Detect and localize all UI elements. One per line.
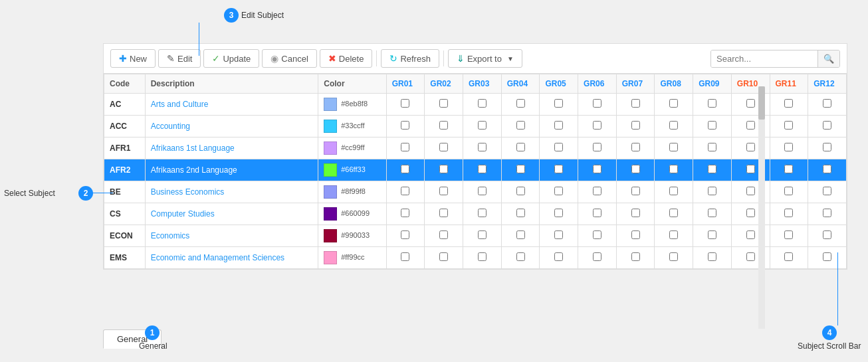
gr12-checkbox[interactable]: [823, 99, 831, 108]
gr08-checkbox[interactable]: [669, 143, 678, 151]
table-row[interactable]: ACCAccounting#33ccff: [104, 116, 847, 137]
gr07-checkbox[interactable]: [631, 209, 640, 217]
gr06-checkbox[interactable]: [593, 99, 601, 108]
table-row[interactable]: AFR2Afrikaans 2nd Language#66ff33: [104, 159, 847, 181]
gr10-checkbox[interactable]: [746, 230, 755, 239]
gr03-checkbox[interactable]: [478, 143, 487, 151]
gr02-checkbox[interactable]: [439, 209, 448, 217]
search-button[interactable]: 🔍: [817, 50, 839, 67]
gr06-checkbox[interactable]: [593, 187, 601, 195]
gr03-checkbox[interactable]: [478, 187, 487, 195]
gr04-checkbox[interactable]: [516, 252, 525, 261]
gr09-checkbox[interactable]: [708, 252, 716, 261]
gr10-checkbox[interactable]: [746, 121, 755, 130]
gr08-checkbox[interactable]: [669, 187, 678, 195]
scroll-thumb[interactable]: [758, 86, 765, 120]
gr05-checkbox[interactable]: [554, 252, 563, 261]
gr10-checkbox[interactable]: [746, 143, 755, 151]
gr12-checkbox[interactable]: [823, 143, 831, 151]
gr08-checkbox[interactable]: [669, 165, 678, 173]
gr09-checkbox[interactable]: [708, 187, 716, 195]
gr06-checkbox[interactable]: [593, 209, 601, 217]
gr12-checkbox[interactable]: [823, 121, 831, 130]
gr10-checkbox[interactable]: [746, 165, 755, 173]
search-input[interactable]: [711, 50, 817, 67]
gr03-checkbox[interactable]: [478, 209, 487, 217]
gr02-checkbox[interactable]: [439, 165, 448, 173]
gr09-checkbox[interactable]: [708, 209, 716, 217]
gr05-checkbox[interactable]: [554, 143, 563, 151]
gr01-checkbox[interactable]: [401, 121, 409, 130]
update-button[interactable]: ✓ Update: [203, 49, 259, 68]
gr05-checkbox[interactable]: [554, 187, 563, 195]
gr10-checkbox[interactable]: [746, 187, 755, 195]
gr10-checkbox[interactable]: [746, 252, 755, 261]
gr04-checkbox[interactable]: [516, 143, 525, 151]
edit-button[interactable]: ✎ Edit: [158, 49, 201, 68]
gr08-checkbox[interactable]: [669, 121, 678, 130]
gr08-checkbox[interactable]: [669, 230, 678, 239]
table-row[interactable]: ECONEconomics#990033: [104, 225, 847, 247]
gr12-checkbox[interactable]: [823, 165, 831, 173]
gr09-checkbox[interactable]: [708, 165, 716, 173]
gr01-checkbox[interactable]: [401, 187, 409, 195]
gr05-checkbox[interactable]: [554, 121, 563, 130]
gr02-checkbox[interactable]: [439, 121, 448, 130]
delete-button[interactable]: ✖ Delete: [320, 49, 373, 68]
gr08-checkbox[interactable]: [669, 209, 678, 217]
gr06-checkbox[interactable]: [593, 230, 601, 239]
gr03-checkbox[interactable]: [478, 165, 487, 173]
gr12-checkbox[interactable]: [823, 187, 831, 195]
gr11-checkbox[interactable]: [784, 143, 793, 151]
new-button[interactable]: ✚ New: [110, 49, 156, 68]
gr05-checkbox[interactable]: [554, 230, 563, 239]
gr01-checkbox[interactable]: [401, 230, 409, 239]
gr02-checkbox[interactable]: [439, 187, 448, 195]
gr04-checkbox[interactable]: [516, 209, 525, 217]
gr11-checkbox[interactable]: [784, 252, 793, 261]
gr04-checkbox[interactable]: [516, 230, 525, 239]
table-container[interactable]: Code Description Color GR01 GR02 GR03 GR…: [104, 74, 847, 269]
gr06-checkbox[interactable]: [593, 165, 601, 173]
gr06-checkbox[interactable]: [593, 143, 601, 151]
gr03-checkbox[interactable]: [478, 121, 487, 130]
gr08-checkbox[interactable]: [669, 99, 678, 108]
gr01-checkbox[interactable]: [401, 165, 409, 173]
gr06-checkbox[interactable]: [593, 121, 601, 130]
gr12-checkbox[interactable]: [823, 252, 831, 261]
export-button[interactable]: ⇓ Export to ▼: [448, 49, 522, 68]
gr02-checkbox[interactable]: [439, 99, 448, 108]
table-row[interactable]: CSComputer Studies#660099: [104, 203, 847, 225]
cancel-button[interactable]: ◉ Cancel: [262, 49, 316, 68]
gr02-checkbox[interactable]: [439, 230, 448, 239]
gr09-checkbox[interactable]: [708, 230, 716, 239]
gr06-checkbox[interactable]: [593, 252, 601, 261]
gr08-checkbox[interactable]: [669, 252, 678, 261]
table-row[interactable]: AFR1Afrikaans 1st Language#cc99ff: [104, 137, 847, 159]
table-row[interactable]: ACArts and Culture#8eb8f8: [104, 94, 847, 116]
gr04-checkbox[interactable]: [516, 187, 525, 195]
gr07-checkbox[interactable]: [631, 143, 640, 151]
gr04-checkbox[interactable]: [516, 99, 525, 108]
gr02-checkbox[interactable]: [439, 143, 448, 151]
gr12-checkbox[interactable]: [823, 230, 831, 239]
gr11-checkbox[interactable]: [784, 121, 793, 130]
gr03-checkbox[interactable]: [478, 230, 487, 239]
gr07-checkbox[interactable]: [631, 165, 640, 173]
gr12-checkbox[interactable]: [823, 209, 831, 217]
gr11-checkbox[interactable]: [784, 209, 793, 217]
table-row[interactable]: BEBusiness Economics#8f99f8: [104, 181, 847, 203]
gr03-checkbox[interactable]: [478, 99, 487, 108]
gr07-checkbox[interactable]: [631, 187, 640, 195]
gr04-checkbox[interactable]: [516, 165, 525, 173]
gr11-checkbox[interactable]: [784, 230, 793, 239]
gr07-checkbox[interactable]: [631, 230, 640, 239]
gr01-checkbox[interactable]: [401, 99, 409, 108]
gr07-checkbox[interactable]: [631, 252, 640, 261]
gr03-checkbox[interactable]: [478, 252, 487, 261]
gr09-checkbox[interactable]: [708, 99, 716, 108]
gr01-checkbox[interactable]: [401, 143, 409, 151]
gr10-checkbox[interactable]: [746, 209, 755, 217]
gr02-checkbox[interactable]: [439, 252, 448, 261]
gr05-checkbox[interactable]: [554, 99, 563, 108]
